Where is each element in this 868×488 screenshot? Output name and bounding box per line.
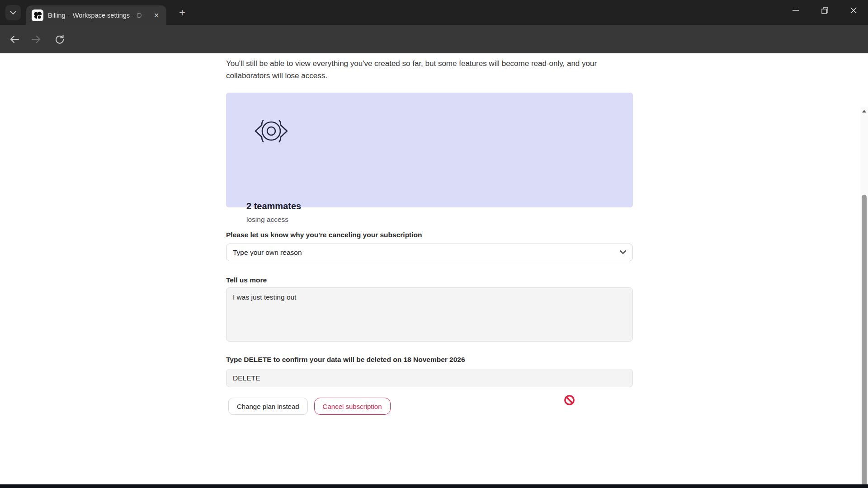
back-button[interactable]: [6, 31, 23, 47]
scrollbar-up-arrow[interactable]: [860, 108, 868, 115]
tell-us-more-label: Tell us more: [226, 276, 267, 284]
cancel-reason-label: Please let us know why you're canceling …: [226, 231, 422, 239]
page-scrollbar[interactable]: [860, 107, 868, 488]
delete-confirm-input[interactable]: [226, 369, 633, 387]
cancel-reason-select[interactable]: Type your own reason: [226, 244, 633, 261]
cancel-reason-selected-value: Type your own reason: [233, 249, 302, 257]
action-buttons: Change plan instead Cancel subscription: [228, 398, 391, 415]
chevron-down-icon: [620, 250, 626, 254]
delete-confirm-label: Type DELETE to confirm your data will be…: [226, 356, 465, 364]
new-tab-button[interactable]: +: [175, 5, 190, 20]
restore-icon: [821, 7, 828, 14]
billing-settings-page: You'll still be able to view everything …: [0, 53, 868, 484]
browser-toolbar: moodjoy-team-2h2v.dovetail.com/settings/…: [0, 25, 868, 53]
tell-us-more-textarea[interactable]: I was just testing out: [226, 287, 633, 342]
window-restore-button[interactable]: [810, 0, 839, 21]
teammates-count: 2 teammates: [246, 201, 301, 211]
teammates-subtitle: losing access: [246, 216, 288, 224]
forward-button[interactable]: [28, 31, 44, 47]
tab-close-icon[interactable]: ✕: [151, 10, 162, 21]
browser-tab-billing[interactable]: Billing – Workspace settings – D ✕: [26, 5, 166, 25]
taskbar-edge: [0, 484, 868, 488]
tab-title: Billing – Workspace settings – D: [48, 12, 147, 19]
dovetail-favicon-icon: [32, 9, 43, 21]
refresh-icon: [55, 35, 64, 44]
close-icon: [850, 7, 857, 14]
refresh-button[interactable]: [52, 31, 68, 47]
cancel-subscription-button[interactable]: Cancel subscription: [314, 398, 391, 415]
tab-search-button[interactable]: [5, 5, 21, 20]
change-plan-button[interactable]: Change plan instead: [228, 398, 308, 415]
back-arrow-icon: [10, 36, 19, 43]
forward-arrow-icon: [32, 36, 41, 43]
window-close-button[interactable]: [839, 0, 868, 21]
scrollbar-thumb[interactable]: [862, 195, 867, 488]
chevron-down-icon: [10, 11, 16, 15]
window-minimize-button[interactable]: [781, 0, 810, 21]
cancellation-warning-text: You'll still be able to view everything …: [226, 57, 634, 82]
blocked-cursor-icon: [564, 395, 575, 405]
browser-tabstrip: Billing – Workspace settings – D ✕ +: [0, 0, 868, 25]
teammates-losing-access-card: 2 teammates losing access: [226, 93, 633, 207]
window-controls: [781, 0, 868, 25]
minimize-icon: [793, 10, 799, 11]
eye-icon: [255, 120, 288, 142]
